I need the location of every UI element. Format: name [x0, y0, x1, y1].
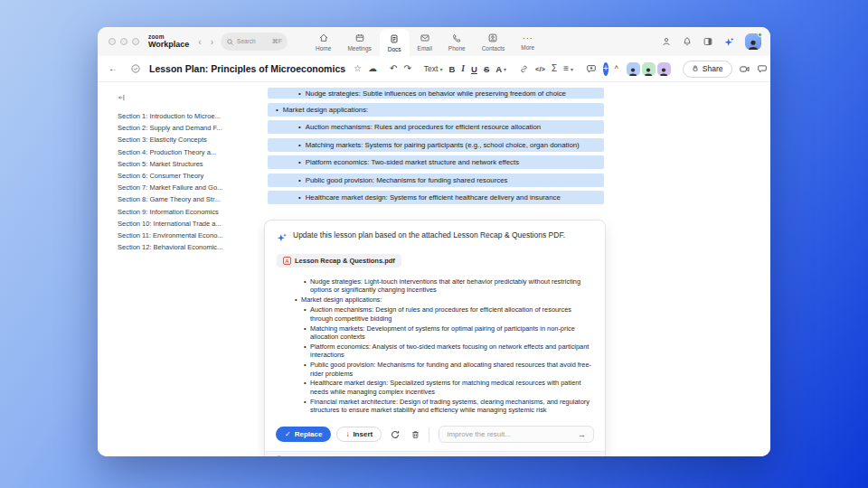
info-icon: i — [276, 455, 282, 456]
collaborator-avatar[interactable] — [657, 62, 671, 76]
outline-item[interactable]: Section 5: Market Structures — [118, 158, 252, 170]
doc-back-button[interactable]: ← — [108, 64, 118, 73]
outline-item[interactable]: Section 8: Game Theory and Str... — [118, 193, 252, 205]
outline-item[interactable]: Section 6: Consumer Theory — [118, 170, 252, 182]
collapse-toolbar-button[interactable]: ^ — [615, 64, 618, 73]
code-button[interactable]: </> — [535, 65, 545, 73]
ai-result-item: Matching markets: Development of systems… — [277, 324, 593, 342]
highlighted-line[interactable]: •Auction mechanisms: Rules and procedure… — [268, 120, 604, 134]
ai-add-button[interactable]: + — [603, 62, 609, 76]
cloud-sync-icon: ☁ — [368, 64, 377, 73]
tab-contacts[interactable]: Contacts — [474, 27, 514, 56]
ai-companion-panel: Update this lesson plan based on the att… — [264, 220, 606, 456]
outline-item[interactable]: Section 9: Information Economics — [118, 206, 252, 218]
delete-button[interactable] — [408, 427, 423, 442]
formula-button[interactable]: Σ — [552, 64, 557, 73]
outline-item[interactable]: Section 4: Production Theory a... — [118, 146, 252, 158]
collaborator-avatars — [625, 62, 671, 76]
brand-workplace: Workplace — [148, 41, 189, 49]
more-icon: ··· — [523, 33, 533, 42]
text-style-dropdown[interactable]: Text ▾ — [424, 64, 443, 73]
window-controls — [108, 38, 139, 45]
highlighted-line[interactable]: •Nudge strategies: Subtle influences on … — [268, 88, 604, 99]
text-color-dropdown[interactable]: A ▾ — [495, 64, 506, 74]
undo-button[interactable]: ↶ — [390, 64, 397, 73]
main-nav-tabs: Home Meetings Docs Email Phone — [307, 27, 542, 56]
tab-phone[interactable]: Phone — [440, 27, 474, 56]
ai-result-item: Public good provision: Mechanisms for fu… — [277, 361, 593, 378]
tab-more[interactable]: ··· More — [513, 27, 542, 56]
history-nav: ‹ › — [198, 37, 213, 47]
regenerate-button[interactable] — [387, 427, 402, 442]
highlighted-line[interactable]: •Public good provision: Mechanisms for f… — [268, 174, 604, 187]
tab-docs[interactable]: Docs — [380, 29, 410, 56]
collaborator-avatar[interactable] — [642, 62, 656, 76]
highlighted-line[interactable]: •Matching markets: Systems for pairing p… — [268, 138, 604, 152]
replace-button[interactable]: ✓ Replace — [276, 427, 331, 442]
document-page[interactable]: •Nudge strategies: Subtle influences on … — [258, 82, 770, 456]
outline-item[interactable]: Section 1: Introduction to Microe... — [118, 110, 252, 122]
outline-item[interactable]: Section 2: Supply and Demand F... — [118, 122, 252, 134]
list-icon: ≡ — [563, 64, 569, 73]
underline-button[interactable]: U — [471, 64, 477, 74]
send-icon[interactable]: → — [578, 430, 586, 439]
contacts-icon — [487, 33, 498, 43]
outline-item[interactable]: Section 7: Market Failure and Go... — [118, 182, 252, 193]
video-call-icon[interactable] — [739, 63, 750, 75]
tab-home[interactable]: Home — [307, 27, 339, 56]
ai-prompt-text: Update this lesson plan based on the att… — [293, 230, 565, 240]
zoom-workplace-logo: zoom Workplace — [148, 34, 189, 50]
ai-sparkle-icon — [277, 230, 288, 247]
share-button[interactable]: Share — [683, 61, 732, 78]
highlighted-line[interactable]: •Healthcare market design: Systems for e… — [268, 191, 604, 204]
tab-meetings[interactable]: Meetings — [339, 27, 379, 56]
window-close-button[interactable] — [108, 38, 116, 45]
back-arrow-button[interactable]: ‹ — [198, 37, 201, 47]
chevron-down-icon: ▾ — [439, 66, 442, 72]
outline-item[interactable]: Section 10: International Trade a... — [118, 218, 252, 230]
outline-item[interactable]: Section 3: Elasticity Concepts — [118, 134, 252, 145]
window-minimize-button[interactable] — [120, 38, 127, 45]
window-zoom-button[interactable] — [132, 38, 139, 45]
outline-item[interactable]: Section 11: Environmental Econo... — [118, 230, 252, 241]
presence-dot — [758, 33, 762, 37]
highlighted-line[interactable]: •Platform economics: Two-sided market st… — [268, 155, 604, 169]
outline-item[interactable]: Section 12: Behavioral Economic... — [118, 241, 252, 253]
improve-input-wrap: → — [439, 426, 594, 443]
app-titlebar: zoom Workplace ‹ › Search ⌘F Home — [98, 27, 770, 56]
search-placeholder: Search — [237, 39, 264, 45]
attachment-chip[interactable]: A Lesson Recap & Questions.pdf — [277, 254, 401, 267]
profile-icon[interactable] — [661, 36, 672, 47]
doc-icon — [389, 33, 400, 44]
side-panel-toggle-icon[interactable] — [703, 36, 713, 47]
user-avatar[interactable] — [745, 33, 761, 50]
tab-email[interactable]: Email — [410, 27, 440, 56]
link-icon[interactable] — [519, 64, 529, 74]
chat-bubble-icon[interactable] — [757, 63, 768, 74]
forward-arrow-button[interactable]: › — [211, 37, 213, 47]
star-icon[interactable]: ☆ — [354, 64, 362, 73]
highlighted-line[interactable]: •Market design applications: — [268, 103, 604, 117]
ai-disclaimer-text: Always check AI content for accuracy. — [286, 455, 392, 456]
ai-prompt-row: Update this lesson plan based on the att… — [277, 230, 593, 247]
global-search-input[interactable]: Search ⌘F — [221, 33, 288, 51]
document-title: Lesson Plan: Principles of Microeconomic… — [149, 63, 345, 74]
collapse-sidebar-icon[interactable] — [118, 93, 252, 102]
titlebar-right-actions — [661, 33, 761, 50]
search-shortcut: ⌘F — [272, 38, 282, 45]
ai-companion-icon[interactable] — [723, 36, 735, 48]
redo-button[interactable]: ↷ — [403, 64, 410, 73]
italic-button[interactable]: I — [461, 64, 465, 73]
phone-icon — [451, 33, 462, 43]
improve-result-input[interactable] — [447, 430, 578, 438]
bold-button[interactable]: B — [448, 64, 455, 74]
document-toolbar: ← Lesson Plan: Principles of Microeconom… — [98, 56, 770, 82]
list-format-dropdown[interactable]: ≡ ▾ — [563, 64, 573, 73]
insert-button[interactable]: ↓ Insert — [336, 427, 382, 442]
add-comment-icon[interactable] — [586, 63, 597, 74]
strikethrough-button[interactable]: S — [484, 64, 489, 74]
ai-result-content: Nudge strategies: Light-touch interventi… — [277, 277, 593, 415]
notifications-bell-icon[interactable] — [682, 36, 693, 47]
ai-result-item: Healthcare market design: Specialized sy… — [277, 379, 593, 396]
collaborator-avatar[interactable] — [627, 62, 640, 76]
